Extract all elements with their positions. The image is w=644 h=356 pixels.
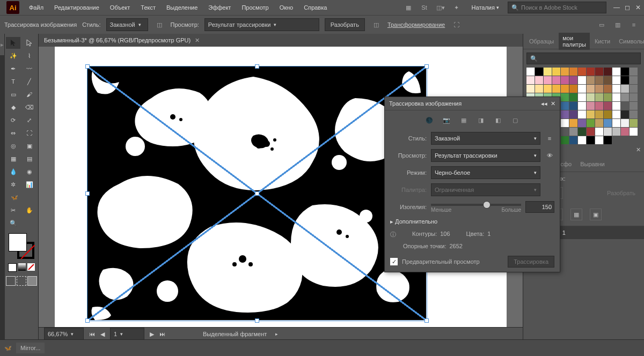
color-mode-gradient[interactable] <box>18 263 26 271</box>
artboard-nav[interactable]: 1▾ <box>110 328 144 340</box>
swatch[interactable] <box>569 68 577 76</box>
view-dropdown[interactable]: Результат трассировки▾ <box>204 18 319 31</box>
preset-lowcolor-icon[interactable]: ▦ <box>458 114 470 126</box>
maximize-button[interactable]: ◻ <box>624 4 631 11</box>
swatch[interactable] <box>595 136 603 144</box>
swatch[interactable] <box>630 128 638 136</box>
swatch[interactable] <box>569 128 577 136</box>
swatch[interactable] <box>569 102 577 110</box>
stock-search[interactable]: 🔍Поиск в Adobe Stock <box>508 2 606 13</box>
swatch[interactable] <box>535 85 543 93</box>
fill-stroke-swatch[interactable] <box>9 233 34 259</box>
perspective-tool[interactable]: ▣ <box>22 140 36 152</box>
zoom-tool[interactable]: 🔍 <box>6 217 20 229</box>
direct-selection-tool[interactable] <box>22 37 36 49</box>
swatch[interactable] <box>595 128 603 136</box>
folder-icon[interactable] <box>630 102 638 110</box>
swatch[interactable] <box>621 128 629 136</box>
nav-last-icon[interactable]: ⏭ <box>159 331 165 337</box>
menu-select[interactable]: Выделение <box>161 0 203 15</box>
swatch[interactable] <box>569 76 577 84</box>
swatch[interactable] <box>587 102 595 110</box>
swatch[interactable] <box>604 128 612 136</box>
shape-builder-tool[interactable]: ◎ <box>6 140 20 152</box>
swatch[interactable] <box>561 110 569 118</box>
menu-effect[interactable]: Эффект <box>203 0 236 15</box>
swatch[interactable] <box>544 85 552 93</box>
swatch[interactable] <box>552 76 560 84</box>
swatch[interactable] <box>612 119 620 127</box>
preset-photo-icon[interactable]: 📷 <box>441 114 452 126</box>
swatch[interactable] <box>604 110 612 118</box>
menu-edit[interactable]: Редактирование <box>49 0 105 15</box>
trace-mode-dropdown[interactable]: Черно-белое▾ <box>431 166 540 179</box>
draw-normal[interactable] <box>6 276 16 286</box>
swatch[interactable] <box>587 119 595 127</box>
swatch[interactable] <box>561 136 569 144</box>
nav-prev-icon[interactable]: ◀ <box>100 331 105 338</box>
magic-wand-tool[interactable]: ✨ <box>6 50 20 62</box>
preset-outline-icon[interactable]: ▢ <box>509 114 521 126</box>
swatch[interactable] <box>587 93 595 101</box>
rotate-tool[interactable]: ⟳ <box>6 114 20 126</box>
width-tool[interactable]: ⇔ <box>6 127 20 139</box>
swatch[interactable] <box>569 85 577 93</box>
swatch[interactable] <box>604 102 612 110</box>
draw-inside[interactable] <box>27 276 37 286</box>
swatch[interactable] <box>612 128 620 136</box>
selection-tool[interactable] <box>6 37 20 49</box>
free-transform-tool[interactable]: ⛶ <box>22 127 36 139</box>
nav-next-icon[interactable]: ▶ <box>150 331 154 338</box>
swatch-search[interactable]: 🔍 <box>526 53 641 64</box>
swatch[interactable] <box>578 119 586 127</box>
collapse-icon[interactable]: ◂◂ <box>541 100 547 107</box>
rectangle-tool[interactable]: ▭ <box>6 88 20 100</box>
arrange-icon[interactable]: ◫▾ <box>434 1 447 14</box>
swatch[interactable] <box>561 68 569 76</box>
swatch[interactable] <box>595 93 603 101</box>
folder-icon[interactable] <box>630 110 638 118</box>
threshold-value[interactable]: 150 <box>525 201 554 213</box>
swatch[interactable] <box>621 110 629 118</box>
swatch[interactable] <box>578 68 586 76</box>
hand-tool[interactable]: ✋ <box>22 204 36 216</box>
swatch[interactable] <box>526 68 535 76</box>
swatch[interactable] <box>535 76 543 84</box>
swatch[interactable] <box>604 85 612 93</box>
minimize-button[interactable]: ― <box>613 4 620 11</box>
swatch[interactable] <box>612 85 620 93</box>
preset-auto-icon[interactable]: 🌑 <box>423 114 435 126</box>
swatch[interactable] <box>612 110 620 118</box>
user-menu[interactable]: Наталия ▾ <box>466 0 504 15</box>
swatch[interactable] <box>561 93 569 101</box>
gpu-icon[interactable]: ✦ <box>450 1 463 14</box>
nav-first-icon[interactable]: ⏮ <box>89 331 95 337</box>
swatch[interactable] <box>604 76 612 84</box>
close-icon[interactable]: ✕ <box>551 100 555 107</box>
swatch[interactable] <box>595 76 603 84</box>
swatch[interactable] <box>604 93 612 101</box>
swatch[interactable] <box>578 136 586 144</box>
fill-swatch[interactable] <box>9 233 27 251</box>
swatch[interactable] <box>569 110 577 118</box>
menu-view[interactable]: Просмотр <box>236 0 274 15</box>
traced-artwork[interactable] <box>87 66 426 320</box>
trace-view-dropdown[interactable]: Результат трассировки▾ <box>431 149 540 162</box>
menu-type[interactable]: Текст <box>135 0 161 15</box>
draw-behind[interactable] <box>17 276 26 286</box>
flyout-icon[interactable]: ≡ <box>628 19 640 31</box>
swatch[interactable] <box>578 85 586 93</box>
swatch[interactable] <box>578 76 586 84</box>
swatch[interactable] <box>621 93 629 101</box>
stock-icon[interactable]: St <box>418 1 431 14</box>
eraser-tool[interactable]: ⌫ <box>22 101 36 113</box>
status-chevron-icon[interactable]: ▸ <box>275 331 278 337</box>
swatch[interactable] <box>621 85 629 93</box>
preset-bw-icon[interactable]: ◧ <box>492 114 504 126</box>
lasso-tool[interactable]: ⌇ <box>22 50 36 62</box>
mirror-tab[interactable]: Mirror... <box>16 343 45 353</box>
menu-window[interactable]: Окно <box>274 0 299 15</box>
bridge-icon[interactable]: ▦ <box>402 1 415 14</box>
trace-style-menu-icon[interactable]: ≡ <box>545 135 554 142</box>
trace-style-dropdown[interactable]: Заказной▾ <box>431 132 540 145</box>
